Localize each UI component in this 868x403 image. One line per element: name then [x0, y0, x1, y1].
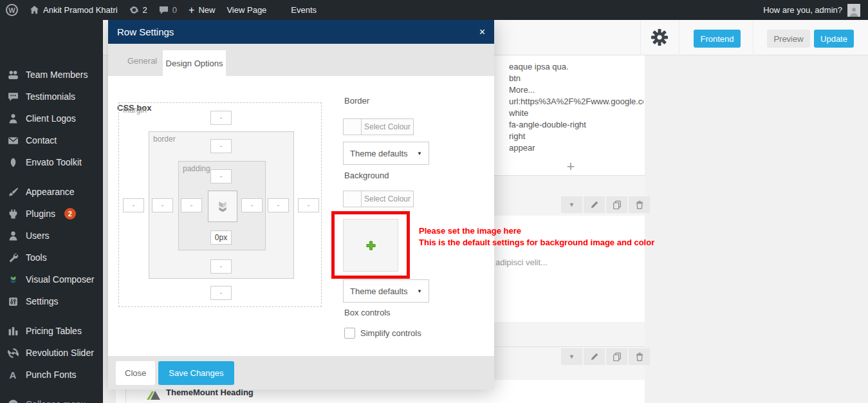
margin-right-input[interactable]	[298, 198, 319, 212]
view-page-menu[interactable]: View Page	[221, 0, 272, 20]
margin-top-input[interactable]	[210, 111, 232, 125]
border-left-input[interactable]	[152, 198, 173, 212]
events-label: Events	[291, 5, 317, 15]
chevron-down-icon: ▼	[569, 202, 575, 208]
content-line: right	[509, 131, 643, 142]
sidebar-item-label: Revolution Slider	[26, 348, 94, 358]
row-settings-modal: Row Settings × General Design Options CS…	[108, 20, 494, 389]
sidebar-item-label: Contact	[26, 135, 57, 145]
new-label: New	[198, 5, 215, 15]
sidebar-item-contact[interactable]: Contact	[0, 129, 103, 151]
select-colour-button[interactable]: Select Colour	[362, 191, 413, 207]
row-clone-button[interactable]	[606, 196, 627, 213]
clone-icon	[613, 200, 622, 209]
margin-left-input[interactable]	[123, 198, 144, 212]
content-line: eaque ipsa qua.	[509, 61, 643, 73]
background-colour-picker[interactable]: Select Colour	[343, 191, 414, 207]
select-value: Theme defaults	[350, 286, 408, 296]
sidebar-item-label: Pricing Tables	[26, 326, 82, 336]
sidebar-item-revolution-slider[interactable]: Revolution Slider	[0, 342, 103, 364]
annotation-line: This is the default settings for backgro…	[419, 237, 654, 248]
border-style-select[interactable]: Theme defaults ▼	[343, 142, 429, 165]
modal-footer: Close Save Changes	[108, 356, 494, 389]
border-top-input[interactable]	[210, 139, 232, 153]
tab-design-options[interactable]: Design Options	[163, 50, 226, 76]
site-name: Ankit Pramod Khatri	[43, 5, 118, 15]
sidebar-item-plugins[interactable]: Plugins 2	[0, 203, 103, 225]
row-toggle-button[interactable]: ▼	[561, 348, 582, 365]
content-line: More...	[509, 84, 643, 96]
sidebar-item-appearance[interactable]: Appearance	[0, 181, 103, 203]
padding-left-input[interactable]	[181, 198, 202, 212]
wordpress-menu[interactable]: W	[0, 0, 24, 20]
sidebar-item-client-logos[interactable]: Client Logos	[0, 108, 103, 129]
border-bottom-input[interactable]	[210, 259, 232, 274]
sidebar-item-pricing-tables[interactable]: Pricing Tables	[0, 320, 103, 342]
tab-general[interactable]: General	[127, 56, 157, 66]
sidebar-separator	[0, 386, 103, 393]
sidebar-item-label: Envato Toolkit	[26, 157, 82, 167]
modal-header: Row Settings ×	[108, 20, 494, 44]
gear-icon[interactable]	[651, 28, 669, 46]
sidebar-item-label: Visual Composer	[26, 274, 94, 285]
sidebar-item-testimonials[interactable]: Testimonials	[0, 86, 103, 108]
row-edit-button[interactable]	[584, 196, 605, 213]
sidebar-item-tools[interactable]: Tools	[0, 247, 103, 268]
updates-menu[interactable]: 2	[124, 0, 153, 20]
revolution-slider-icon	[8, 348, 19, 359]
simplify-controls-checkbox[interactable]	[344, 328, 355, 339]
row-delete-button[interactable]	[629, 196, 650, 213]
user-icon	[8, 230, 19, 241]
margin-bottom-input[interactable]	[210, 286, 232, 300]
updates-count: 2	[143, 5, 147, 15]
preview-button[interactable]: Preview	[767, 30, 810, 48]
annotation-highlight-rectangle	[331, 211, 410, 279]
background-style-select[interactable]: Theme defaults ▼	[343, 279, 429, 303]
sidebar-item-settings[interactable]: Settings	[0, 290, 103, 312]
sidebar-item-visual-composer[interactable]: Visual Composer	[0, 268, 103, 290]
border-right-input[interactable]	[268, 198, 289, 212]
collapse-menu-button[interactable]: Collapse menu	[0, 393, 103, 403]
annotation-text: Please set the image here This is the de…	[419, 225, 654, 248]
padding-bottom-input[interactable]	[210, 230, 232, 245]
select-colour-button[interactable]: Select Colour	[362, 119, 413, 135]
comments-menu[interactable]: 0	[153, 0, 183, 20]
clone-icon	[613, 352, 622, 361]
row-excerpt-text: adipisci velit...	[495, 258, 548, 267]
my-account-menu[interactable]: How are you, admin?	[763, 4, 868, 17]
select-value: Theme defaults	[350, 149, 408, 158]
close-icon[interactable]: ×	[479, 26, 485, 38]
frontend-button[interactable]: Frontend	[694, 30, 741, 48]
view-page-label: View Page	[226, 5, 266, 15]
add-element-button[interactable]: +	[562, 158, 579, 175]
row-clone-button[interactable]	[606, 348, 627, 365]
home-icon	[30, 5, 39, 15]
background-section-heading: Background	[344, 171, 389, 180]
border-colour-picker[interactable]: Select Colour	[343, 118, 414, 135]
content-line: white	[509, 108, 643, 119]
row-edit-button[interactable]	[584, 348, 605, 365]
update-button[interactable]: Update	[814, 30, 854, 48]
site-name-menu[interactable]: Ankit Pramod Khatri	[24, 0, 124, 20]
wordpress-logo-icon: W	[6, 4, 18, 16]
save-changes-button[interactable]: Save Changes	[158, 361, 234, 385]
simplify-controls-row: Simplify controls	[344, 328, 421, 339]
padding-top-input[interactable]	[210, 169, 232, 183]
new-menu[interactable]: + New	[183, 0, 221, 20]
wrench-icon	[8, 252, 19, 263]
sidebar-item-team-members[interactable]: Team Members	[0, 64, 103, 86]
sidebar-item-label: Team Members	[26, 70, 88, 80]
sidebar-item-envato-toolkit[interactable]: Envato Toolkit	[0, 151, 103, 173]
padding-right-input[interactable]	[241, 198, 263, 212]
collapse-arrow-icon	[8, 399, 19, 403]
row-delete-button[interactable]	[629, 348, 650, 365]
close-button[interactable]: Close	[116, 361, 155, 385]
border-section-heading: Border	[344, 96, 369, 106]
row-toggle-button[interactable]: ▼	[561, 196, 582, 213]
events-menu[interactable]: Events	[285, 0, 322, 20]
row-controls: ▼	[561, 348, 650, 365]
testimonial-icon	[8, 91, 19, 102]
sidebar-item-users[interactable]: Users	[0, 225, 103, 247]
wordpress-admin-screen: eaque ipsa qua. btn More... url:https%3A…	[0, 0, 868, 403]
sidebar-item-punch-fonts[interactable]: A Punch Fonts	[0, 364, 103, 386]
